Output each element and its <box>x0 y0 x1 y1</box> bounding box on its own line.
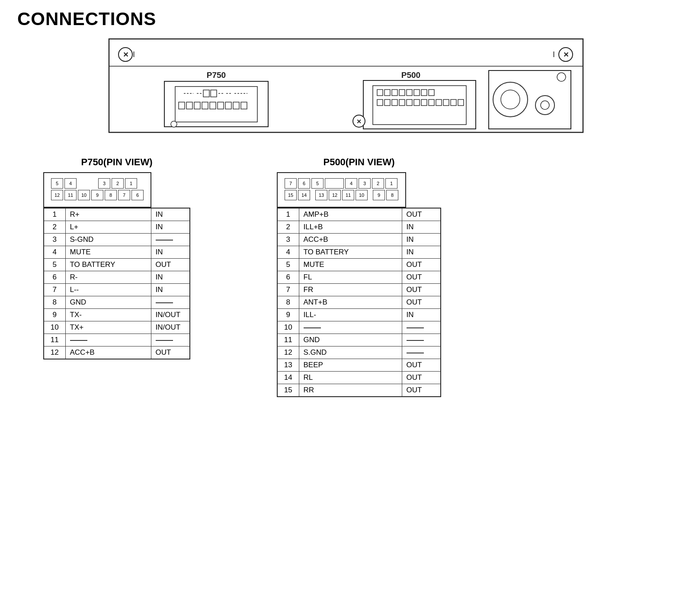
table-row: 6R-IN <box>44 271 190 284</box>
p750-table: 1R+IN2L+IN3S-GND4MUTEIN5TO BATTERYOUT6R-… <box>43 208 190 359</box>
p750-pin-top-2: 2 <box>112 178 124 189</box>
p500-pin-top-5: 5 <box>311 178 324 189</box>
page-title: CONNECTIONS <box>17 9 675 29</box>
p500-pin-top-2: 2 <box>372 178 384 189</box>
table-row: 9TX-IN/OUT <box>44 309 190 321</box>
p500-pin-bot-8: 8 <box>386 190 398 200</box>
svg-text:P500: P500 <box>401 71 420 80</box>
table-row: 8GND <box>44 296 190 309</box>
svg-rect-13 <box>203 90 209 97</box>
svg-rect-31 <box>377 90 383 96</box>
p750-pin-bot-11: 11 <box>64 190 77 200</box>
svg-rect-45 <box>421 99 427 106</box>
p500-pin-top-3: 3 <box>359 178 371 189</box>
table-row: 2ILL+BIN <box>277 221 441 234</box>
svg-rect-35 <box>407 90 412 96</box>
table-row: 9ILL-IN <box>277 309 441 321</box>
svg-rect-47 <box>436 99 442 106</box>
p750-section: P750(PIN VIEW) 5 4 3 2 1 12 11 10 9 8 7 … <box>43 157 190 397</box>
p500-pin-bot-13: 13 <box>315 190 327 200</box>
table-row: 6FLOUT <box>277 271 441 284</box>
svg-rect-40 <box>384 99 390 106</box>
table-row: 4TO BATTERYIN <box>277 246 441 259</box>
table-row: 15RROUT <box>277 384 441 397</box>
svg-rect-50 <box>458 99 464 106</box>
p500-pin-top-7: 7 <box>285 178 297 189</box>
svg-rect-34 <box>399 90 405 96</box>
svg-rect-22 <box>210 102 216 109</box>
table-row: 13BEEPOUT <box>277 359 441 372</box>
p750-pin-bot-6: 6 <box>131 190 144 200</box>
svg-rect-41 <box>392 99 397 106</box>
svg-rect-43 <box>407 99 412 106</box>
svg-rect-44 <box>414 99 420 106</box>
p750-pin-bot-12: 12 <box>51 190 63 200</box>
p750-pin-top-4: 4 <box>64 178 77 189</box>
svg-rect-36 <box>414 90 420 96</box>
connector-diagram: ✕ I ✕ I P750 P50 <box>108 38 584 133</box>
svg-text:P750: P750 <box>207 71 226 80</box>
svg-rect-32 <box>384 90 390 96</box>
table-row: 5MUTEOUT <box>277 259 441 271</box>
table-row: 4MUTEIN <box>44 246 190 259</box>
pin-views-section: P750(PIN VIEW) 5 4 3 2 1 12 11 10 9 8 7 … <box>17 157 675 397</box>
svg-rect-20 <box>194 102 200 109</box>
svg-rect-48 <box>443 99 449 106</box>
p750-pin-bot-8: 8 <box>105 190 117 200</box>
svg-text:I: I <box>553 50 555 59</box>
table-row: 5TO BATTERYOUT <box>44 259 190 271</box>
p500-table: 1AMP+BOUT2ILL+BIN3ACC+BIN4TO BATTERYIN5M… <box>277 208 441 397</box>
p500-pin-view-title: P500(PIN VIEW) <box>277 157 441 168</box>
table-row: 2L+IN <box>44 221 190 234</box>
table-row: 12S.GND <box>277 346 441 359</box>
p500-pin-top-4: 4 <box>345 178 357 189</box>
svg-rect-33 <box>392 90 397 96</box>
table-row: 11GND <box>277 334 441 346</box>
table-row: 8ANT+BOUT <box>277 296 441 309</box>
svg-point-58 <box>557 73 566 81</box>
svg-rect-37 <box>421 90 427 96</box>
svg-rect-23 <box>218 102 224 109</box>
svg-rect-14 <box>211 90 217 97</box>
svg-rect-19 <box>186 102 192 109</box>
p500-pin-bot-14: 14 <box>298 190 310 200</box>
svg-point-27 <box>171 121 177 127</box>
table-row: 10TX+IN/OUT <box>44 321 190 334</box>
svg-rect-26 <box>241 102 247 109</box>
svg-rect-42 <box>399 99 405 106</box>
table-row: 7FROUT <box>277 284 441 296</box>
svg-rect-21 <box>202 102 208 109</box>
p750-pin-bot-9: 9 <box>91 190 103 200</box>
table-row: 14RLOUT <box>277 372 441 384</box>
table-row: 7L--IN <box>44 284 190 296</box>
p500-pin-top-6: 6 <box>298 178 310 189</box>
p750-pin-top-3: 3 <box>98 178 110 189</box>
svg-rect-46 <box>429 99 434 106</box>
p500-pin-bot-9: 9 <box>373 190 385 200</box>
table-row: 3ACC+BIN <box>277 234 441 246</box>
svg-rect-24 <box>225 102 231 109</box>
p500-pin-bot-12: 12 <box>329 190 341 200</box>
p500-pin-bot-10: 10 <box>356 190 368 200</box>
svg-text:I: I <box>133 50 135 59</box>
p500-pin-bot-11: 11 <box>342 190 354 200</box>
p500-pin-bot-15: 15 <box>285 190 297 200</box>
svg-rect-18 <box>179 102 185 109</box>
p750-pin-top-1: 1 <box>125 178 137 189</box>
p500-pin-top-1: 1 <box>385 178 397 189</box>
p750-pin-diagram: 5 4 3 2 1 12 11 10 9 8 7 6 <box>43 172 151 208</box>
table-row: 3S-GND <box>44 234 190 246</box>
p500-pin-diagram: 7 6 5 4 3 2 1 15 14 13 12 11 10 9 8 <box>277 172 406 208</box>
p750-pin-bot-10: 10 <box>78 190 90 200</box>
p750-pin-bot-7: 7 <box>118 190 130 200</box>
svg-text:✕: ✕ <box>123 51 128 58</box>
table-row: 11 <box>44 334 190 346</box>
svg-point-55 <box>501 90 520 109</box>
svg-rect-25 <box>233 102 239 109</box>
svg-rect-39 <box>377 99 383 106</box>
svg-text:✕: ✕ <box>356 118 362 125</box>
p750-pin-top-5: 5 <box>51 178 63 189</box>
p500-pin-top-gap <box>325 178 344 189</box>
svg-rect-38 <box>429 90 434 96</box>
p500-section: P500(PIN VIEW) 7 6 5 4 3 2 1 15 14 13 12 <box>277 157 441 397</box>
